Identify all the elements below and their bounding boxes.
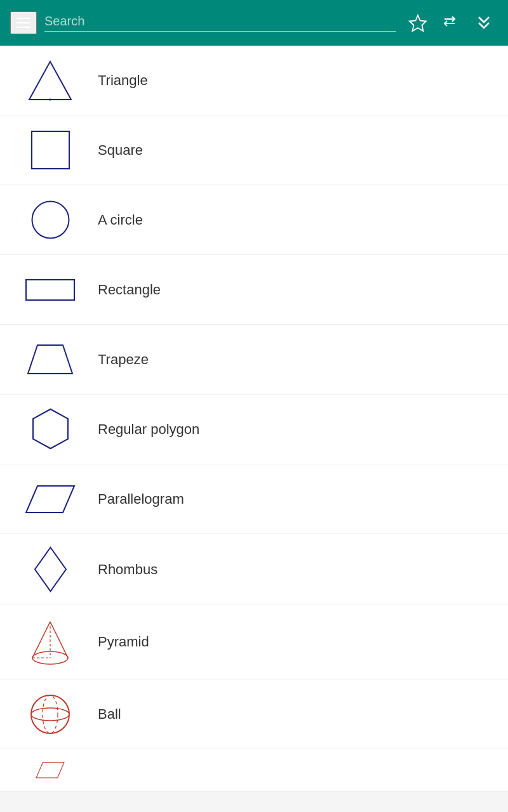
ball-icon bbox=[15, 693, 85, 736]
partial-shape-icon bbox=[15, 761, 85, 780]
shape-label: Rectangle bbox=[98, 282, 161, 298]
shape-label: Rhombus bbox=[98, 561, 157, 578]
pyramid-icon bbox=[15, 617, 85, 667]
shape-label: A circle bbox=[98, 212, 143, 228]
list-item[interactable]: Rectangle bbox=[0, 255, 508, 325]
list-item[interactable]: Ball bbox=[0, 679, 508, 749]
shape-label: Triangle bbox=[98, 72, 148, 89]
rhombus-icon bbox=[15, 546, 85, 593]
triangle-icon bbox=[15, 58, 85, 103]
favorites-button[interactable] bbox=[404, 9, 432, 37]
rectangle-icon bbox=[15, 275, 85, 305]
sort-button[interactable] bbox=[437, 9, 465, 37]
svg-point-17 bbox=[31, 695, 69, 733]
svg-marker-3 bbox=[29, 62, 71, 100]
list-item[interactable]: Pyramid bbox=[0, 605, 508, 679]
list-item[interactable]: Regular polygon bbox=[0, 395, 508, 464]
shape-label: Parallelogram bbox=[98, 491, 184, 508]
list-item[interactable]: A circle bbox=[0, 185, 508, 255]
hexagon-icon bbox=[15, 407, 85, 452]
parallelogram-icon bbox=[15, 483, 85, 516]
svg-point-6 bbox=[32, 202, 69, 239]
skip-button[interactable] bbox=[470, 9, 498, 37]
chevron-double-down-icon bbox=[475, 14, 493, 32]
svg-point-19 bbox=[43, 695, 58, 733]
circle-icon bbox=[15, 199, 85, 240]
list-item[interactable]: Parallelogram bbox=[0, 464, 508, 534]
star-icon bbox=[409, 14, 427, 32]
list-item[interactable]: Trapeze bbox=[0, 325, 508, 395]
svg-point-18 bbox=[31, 708, 69, 721]
menu-button[interactable] bbox=[10, 11, 37, 34]
svg-marker-11 bbox=[35, 547, 66, 591]
sort-icon bbox=[442, 14, 460, 32]
square-icon bbox=[15, 129, 85, 171]
svg-marker-10 bbox=[26, 486, 74, 513]
list-item[interactable]: Triangle bbox=[0, 46, 508, 115]
shape-label: Square bbox=[98, 142, 143, 159]
svg-marker-8 bbox=[28, 345, 72, 374]
list-item[interactable]: Square bbox=[0, 115, 508, 185]
trapeze-icon bbox=[15, 342, 85, 377]
svg-marker-0 bbox=[410, 15, 426, 31]
shapes-list: Triangle Square A circle Rectangle bbox=[0, 46, 508, 792]
app-header bbox=[0, 0, 508, 46]
svg-marker-9 bbox=[33, 409, 68, 449]
svg-rect-5 bbox=[32, 131, 69, 169]
list-item[interactable]: Rhombus bbox=[0, 534, 508, 605]
search-container bbox=[44, 11, 396, 34]
shape-label: Ball bbox=[98, 706, 121, 723]
header-actions bbox=[404, 9, 498, 37]
search-input[interactable] bbox=[44, 11, 396, 32]
list-item[interactable] bbox=[0, 749, 508, 792]
svg-rect-7 bbox=[26, 280, 74, 300]
shape-label: Trapeze bbox=[98, 351, 149, 368]
svg-marker-20 bbox=[36, 763, 64, 778]
shape-label: Regular polygon bbox=[98, 421, 199, 438]
shape-label: Pyramid bbox=[98, 634, 149, 650]
svg-point-4 bbox=[49, 98, 51, 101]
